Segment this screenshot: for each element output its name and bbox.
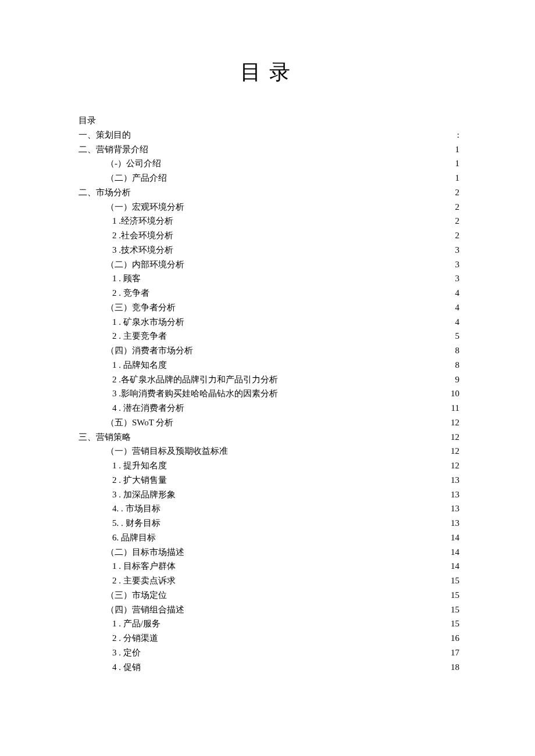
toc-entry: （二）目标市场描述14 [79, 545, 459, 560]
toc-entry: 4 . 潜在消费者分析 11 [79, 401, 459, 415]
toc-entry-page: 2 [455, 200, 460, 214]
toc-entry: 一、策划目的: [79, 128, 459, 142]
toc-entry-label: 1 . 提升知名度 [112, 458, 167, 473]
toc-entry: 1 . 品牌知名度8 [79, 358, 459, 372]
toc-entry: 二、市场分析2 [79, 185, 459, 200]
toc-entry: 2 .社会环境分析2 [79, 228, 459, 243]
toc-entry-page: 12 [451, 430, 459, 445]
toc-entry-label: （三）市场定位 [106, 588, 167, 603]
toc-entry-label: （四）消费者市场分析 [106, 343, 193, 358]
toc-entry-page: 2 [455, 214, 460, 228]
toc-entry-label: 2 . 主要卖点诉求 [112, 574, 176, 588]
toc-entry: 2 . 分销渠道 16 [79, 631, 459, 646]
toc-entry-label: 6. 品牌目标 [112, 531, 156, 545]
toc-entry-page: 3 [455, 243, 460, 257]
toc-entry-page: 17 [451, 646, 459, 660]
toc-entry: 3 .影响消费者购买娃哈哈晶钻水的因素分析 10 [79, 386, 459, 401]
toc-entry-label: 3 .影响消费者购买娃哈哈晶钻水的因素分析 [112, 386, 278, 401]
toc-entry-page: 5 [455, 329, 460, 343]
toc-entry-label: 目录 [79, 113, 96, 128]
toc-entry-page: : [457, 128, 459, 142]
toc-entry: 2 . 主要卖点诉求15 [79, 574, 459, 588]
toc-entry: 6. 品牌目标 14 [79, 531, 459, 545]
toc-entry: 3 . 加深品牌形象13 [79, 488, 459, 502]
toc-entry-label: 1 . 顾客 [112, 271, 141, 286]
toc-entry-label: （三）竞争者分析 [106, 300, 176, 315]
toc-entry: 5. . 财务目标 13 [79, 516, 459, 531]
toc-entry-page: 9 [455, 372, 460, 387]
toc-entry: 3 .技术环境分析 3 [79, 243, 459, 257]
toc-entry-label: （一）宏观环境分析 [106, 200, 184, 214]
toc-entry: 1 . 矿泉水市场分析4 [79, 315, 459, 329]
toc-entry-label: 1 . 矿泉水市场分析 [112, 315, 184, 329]
toc-entry-label: 3 . 加深品牌形象 [112, 488, 176, 502]
toc-entry: 1 .经济环境分析 2 [79, 214, 459, 228]
toc-entry: （-）公司介绍1 [79, 156, 459, 171]
toc-entry: 2 .各矿泉水品牌的品牌引力和产品引力分析9 [79, 372, 459, 387]
toc-entry-page: 10 [451, 386, 459, 401]
toc-entry-label: 2 . 扩大销售量 [112, 473, 167, 488]
toc-entry-page: 16 [451, 631, 459, 646]
toc-entry-label: 2 .各矿泉水品牌的品牌引力和产品引力分析 [112, 372, 278, 387]
toc-entry: （二）产品介绍1 [79, 171, 459, 185]
toc-entry-page: 1 [455, 142, 460, 157]
toc-entry-page: 18 [451, 660, 459, 675]
toc-entry: （一）宏观环境分析2 [79, 200, 459, 214]
toc-entry-label: 4. . 市场目标 [112, 501, 160, 516]
toc-entry-page: 2 [455, 228, 460, 243]
toc-entry-label: （五）SWoT 分析 [106, 415, 173, 430]
toc-entry-label: （二）目标市场描述 [106, 545, 184, 560]
toc-entry-label: 2 . 竞争者 [112, 286, 149, 300]
toc-entry-page: 15 [451, 603, 459, 617]
toc-entry: 1 . 提升知名度12 [79, 458, 459, 473]
toc-entry: 3 . 定价 17 [79, 646, 459, 660]
toc-entry: 1 . 顾客3 [79, 271, 459, 286]
toc-entry-label: 2 . 主要竞争者 [112, 329, 167, 343]
toc-entry-label: 5. . 财务目标 [112, 516, 160, 531]
toc-entry: 2 . 扩大销售量 13 [79, 473, 459, 488]
toc-entry: 2 . 竞争者4 [79, 286, 459, 300]
toc-entry-label: 4 . 潜在消费者分析 [112, 401, 184, 415]
toc-entry-label: 1 .经济环境分析 [112, 214, 173, 228]
toc-entry-page: 4 [455, 286, 460, 300]
toc-entry-label: 2 .社会环境分析 [112, 228, 173, 243]
toc-entry-page: 14 [451, 559, 459, 574]
toc-entry-page: 14 [451, 531, 459, 545]
toc-entry-label: 3 . 定价 [112, 646, 141, 660]
toc-entry-page: 4 [455, 300, 460, 315]
toc-entry: 1 . 产品/服务15 [79, 617, 459, 631]
toc-entry-label: 1 . 产品/服务 [112, 617, 160, 631]
toc-entry: （三）竞争者分析4 [79, 300, 459, 315]
toc-entry-page: 1 [455, 171, 460, 185]
toc-entry-page: 15 [451, 617, 459, 631]
toc-entry: （四）消费者市场分析8 [79, 343, 459, 358]
toc-entry-page: 13 [451, 473, 459, 488]
toc-entry-label: 二、营销背景介绍 [79, 142, 148, 157]
toc-entry: 目录 [79, 113, 459, 128]
toc-entry: （四）营销组合描述15 [79, 603, 459, 617]
toc-entry: 4 . 促销 18 [79, 660, 459, 675]
toc-entry-page: 13 [451, 516, 459, 531]
toc-entry-label: 二、市场分析 [79, 185, 131, 200]
toc-entry-label: （二）内部环境分析 [106, 257, 184, 272]
toc-entry: （二）内部环境分析3 [79, 257, 459, 272]
toc-entry-label: （二）产品介绍 [106, 171, 167, 185]
toc-entry-label: 一、策划目的 [79, 128, 131, 142]
toc-entry-label: （四）营销组合描述 [106, 603, 184, 617]
toc-entry-page: 3 [455, 271, 460, 286]
toc-entry-page: 15 [451, 588, 459, 603]
toc-entry-page: 14 [451, 545, 459, 560]
toc-entry-page: 3 [455, 257, 460, 272]
toc-entry-page: 15 [451, 574, 459, 588]
toc-entry-page: 11 [451, 401, 459, 415]
toc-entry: （五）SWoT 分析 12 [79, 415, 459, 430]
table-of-contents: 目录一、策划目的:二、营销背景介绍1（-）公司介绍1（二）产品介绍1二、市场分析… [79, 113, 459, 674]
toc-entry: 2 . 主要竞争者 5 [79, 329, 459, 343]
toc-entry-page: 12 [451, 458, 459, 473]
toc-entry-label: 1 . 品牌知名度 [112, 358, 167, 372]
toc-entry-page: 8 [455, 343, 460, 358]
toc-entry: 二、营销背景介绍1 [79, 142, 459, 157]
toc-entry-page: 13 [451, 488, 459, 502]
toc-entry-page: 4 [455, 315, 460, 329]
toc-entry-label: 3 .技术环境分析 [112, 243, 173, 257]
